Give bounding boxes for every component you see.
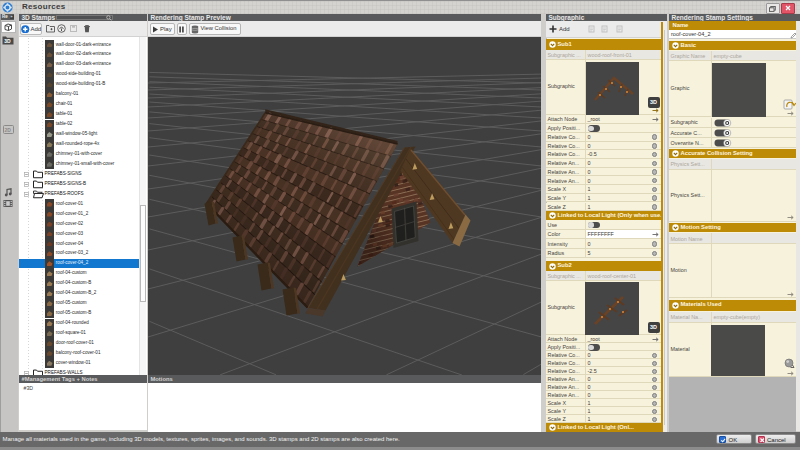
svg-text:3D: 3D <box>4 38 11 44</box>
svg-text:2D: 2D <box>4 126 11 132</box>
